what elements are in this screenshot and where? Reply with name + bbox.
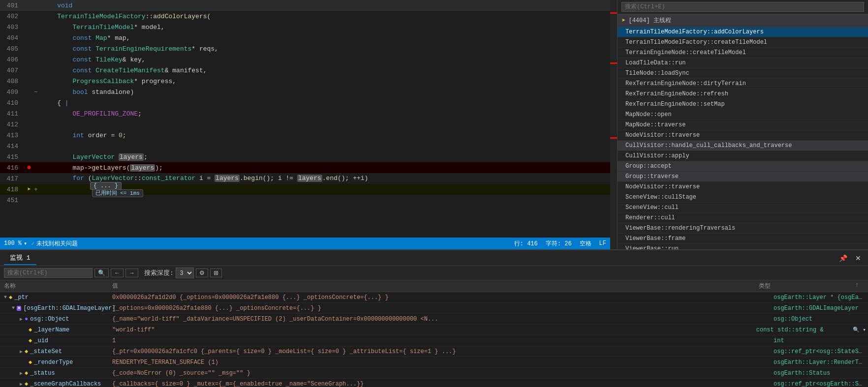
callstack-item-3[interactable]: LoadTileData::run bbox=[618, 58, 868, 68]
status-name: _status bbox=[30, 370, 55, 377]
callstack-item-5[interactable]: RexTerrainEngineNode::dirtyTerrain bbox=[618, 79, 868, 89]
callstack-item-4[interactable]: TileNode::loadSync bbox=[618, 68, 868, 79]
callstack-item-label-17: SceneView::cull bbox=[625, 204, 679, 211]
code-line-418: 418 ➤ + for (LayerVector::const_iterator… bbox=[0, 184, 610, 195]
uid-name: _uid bbox=[34, 337, 48, 344]
callstack-item-label-19: ViewerBase::renderingTraversals bbox=[625, 225, 735, 232]
code-line-405: 405 const TerrainEngineRequirements* req… bbox=[0, 43, 610, 54]
watch-cell-type-rendertype: osgEarth::Layer::RenderType bbox=[770, 358, 868, 367]
callstack-item-12[interactable]: CullVisitor::apply bbox=[618, 151, 868, 161]
callstack-item-7[interactable]: RexTerrainEngineNode::setMap bbox=[618, 99, 868, 110]
callstack-item-13[interactable]: Group::accept bbox=[618, 161, 868, 172]
encoding-info: LF bbox=[599, 240, 606, 247]
watch-table-header: 名称 值 类型 ↑ bbox=[0, 280, 868, 292]
line-expand-418[interactable]: + bbox=[34, 186, 42, 193]
code-line-412: 412 bbox=[0, 119, 610, 130]
callstack-item-label-7: RexTerrainEngineNode::setMap bbox=[625, 101, 725, 108]
callstack-item-21[interactable]: ViewerBase::run bbox=[618, 244, 868, 249]
zoom-value: 100 % bbox=[4, 240, 22, 247]
watch-search-input[interactable] bbox=[4, 268, 93, 278]
main-content: 401 void 402 TerrainTileModelFactory::ad… bbox=[0, 0, 617, 249]
expand-icon-sgcb[interactable]: ▶ bbox=[20, 381, 23, 387]
tab-watch1[interactable]: 监视 1 bbox=[4, 251, 36, 265]
check-icon: ✓ bbox=[31, 240, 34, 247]
depth-select[interactable]: 3 1 2 4 5 bbox=[176, 268, 194, 278]
callstack-item-17[interactable]: SceneView::cull bbox=[618, 203, 868, 213]
callstack-search-input[interactable] bbox=[621, 2, 864, 12]
callstack-item-9[interactable]: MapNode::traverse bbox=[618, 120, 868, 130]
watch-cell-val-osgobj: {_name="world-tiff" _dataVariance=UNSPEC… bbox=[108, 315, 770, 324]
space-info: 空格 bbox=[580, 239, 591, 248]
callstack-item-label-4: TileNode::loadSync bbox=[625, 70, 689, 77]
watch-search-area: 🔍 ← → 搜索深度: 3 1 2 4 5 ⚙ ⊞ bbox=[4, 268, 864, 278]
callstack-thread-label: [4404] 主线程 bbox=[628, 16, 671, 25]
callstack-item-18[interactable]: Renderer::cull bbox=[618, 213, 868, 223]
expand-icon-ptr[interactable]: ▼ bbox=[4, 295, 7, 300]
line-num-416: 416 bbox=[2, 164, 24, 172]
callstack-item-16[interactable]: SceneView::cullStage bbox=[618, 192, 868, 203]
watch-cell-name-ptr: ▼ ◆ _ptr bbox=[0, 293, 108, 302]
search-icon-inline[interactable]: 🔍 ▾ bbox=[851, 327, 868, 333]
code-line-414: 414 bbox=[0, 141, 610, 151]
osgobj-icon: ● bbox=[25, 316, 28, 323]
callstack-item-19[interactable]: ViewerBase::renderingTraversals bbox=[618, 223, 868, 234]
stateset-icon: ◆ bbox=[25, 348, 28, 355]
watch-search-icon-btn[interactable]: 🔍 bbox=[94, 268, 109, 277]
sgcb-name: _sceneGraphCallbacks bbox=[30, 381, 101, 387]
sgcb-icon: ◆ bbox=[25, 380, 28, 387]
pin-button[interactable]: 📌 bbox=[836, 253, 850, 263]
line-content-403: TerrainTileModel* model, bbox=[42, 24, 610, 31]
callstack-item-20[interactable]: ViewerBase::frame bbox=[618, 234, 868, 244]
callstack-item-6[interactable]: RexTerrainEngineNode::refresh bbox=[618, 89, 868, 99]
watch-grid-btn[interactable]: ⊞ bbox=[210, 268, 222, 277]
watch-forward-btn[interactable]: → bbox=[125, 268, 138, 277]
gdal-icon: ● bbox=[17, 306, 21, 311]
callstack-item-10[interactable]: NodeVisitor::traverse bbox=[618, 130, 868, 141]
status-bar: 100 % ▾ ✓ 未找到相关问题 行: 416 字符: 26 空格 LF bbox=[0, 238, 610, 249]
watch-back-btn[interactable]: ← bbox=[111, 268, 124, 277]
callstack-item-15[interactable]: NodeVisitor::traverse bbox=[618, 182, 868, 192]
watch-row-osgobject: ▶ ● osg::Object {_name="world-tiff" _dat… bbox=[0, 314, 868, 325]
line-num-414: 414 bbox=[2, 143, 24, 150]
callstack-search-bar bbox=[618, 0, 868, 14]
depth-label: 搜索深度: bbox=[144, 268, 174, 277]
callstack-item-1[interactable]: TerrainTileModelFactory::createTileModel bbox=[618, 37, 868, 48]
watch-cell-name-uid: ◆ _uid bbox=[0, 336, 108, 345]
expand-icon-osgobj[interactable]: ▶ bbox=[20, 316, 23, 322]
line-num-415: 415 bbox=[2, 153, 24, 161]
callstack-item-14[interactable]: Group::traverse bbox=[618, 172, 868, 182]
main-area: 401 void 402 TerrainTileModelFactory::ad… bbox=[0, 0, 868, 249]
expand-icon-status[interactable]: ▶ bbox=[20, 370, 23, 376]
callstack-item-active[interactable]: TerrainTileModelFactory::addColorLayers bbox=[618, 27, 868, 37]
line-indicator-418: ➤ bbox=[24, 185, 34, 193]
watch-settings-btn[interactable]: ⚙ bbox=[196, 268, 208, 277]
code-line-402: 402 TerrainTileModelFactory::addColorLay… bbox=[0, 11, 610, 22]
osgobj-name: osg::Object bbox=[30, 316, 69, 323]
callstack-item-2[interactable]: TerrainEngineNode::createTileModel bbox=[618, 48, 868, 58]
watch-row-layername: ◆ _layerName "world-tiff" const std::str… bbox=[0, 325, 868, 335]
line-content-411: OE_PROFILING_ZONE; bbox=[42, 110, 610, 118]
expand-icon-gdal[interactable]: ▼ bbox=[12, 305, 15, 311]
code-line-413: 413 int order = 0; bbox=[0, 130, 610, 141]
watch-row-rendertype: ◆ _renderType RENDERTYPE_TERRAIN_SURFACE… bbox=[0, 357, 868, 368]
expand-icon-stateset[interactable]: ▶ bbox=[20, 349, 23, 355]
watch-row-sgcb: ▶ ◆ _sceneGraphCallbacks {_callbacks={ s… bbox=[0, 379, 868, 387]
line-content-415: LayerVector layers; bbox=[42, 153, 610, 161]
callstack-item-label-16: SceneView::cullStage bbox=[625, 194, 696, 201]
editor-scrollbar[interactable] bbox=[610, 0, 617, 249]
callstack-item-8[interactable]: MapNode::open bbox=[618, 110, 868, 120]
callstack-item-label-11: CullVisitor::handle_cull_callbacks_and_t… bbox=[625, 142, 792, 149]
zoom-control[interactable]: 100 % ▾ bbox=[4, 240, 27, 247]
watch-row-uid: ◆ _uid 1 int bbox=[0, 335, 868, 346]
line-content-404: const Map* map, bbox=[42, 34, 610, 42]
callstack-item-label-8: MapNode::open bbox=[625, 111, 672, 118]
line-content-402: TerrainTileModelFactory::addColorLayers( bbox=[42, 13, 610, 20]
line-content-405: const TerrainEngineRequirements* reqs, bbox=[42, 45, 610, 53]
callstack-item-label-13: Group::accept bbox=[625, 163, 672, 170]
close-panel-button[interactable]: ✕ bbox=[852, 253, 864, 263]
watch-cell-name-status: ▶ ◆ _status bbox=[0, 368, 108, 378]
uid-icon: ◆ bbox=[29, 337, 32, 344]
watch-cell-val-rendertype: RENDERTYPE_TERRAIN_SURFACE (1) bbox=[108, 358, 770, 367]
line-expand-409[interactable]: − bbox=[34, 89, 42, 96]
callstack-item-11[interactable]: CullVisitor::handle_cull_callbacks_and_t… bbox=[618, 141, 868, 151]
